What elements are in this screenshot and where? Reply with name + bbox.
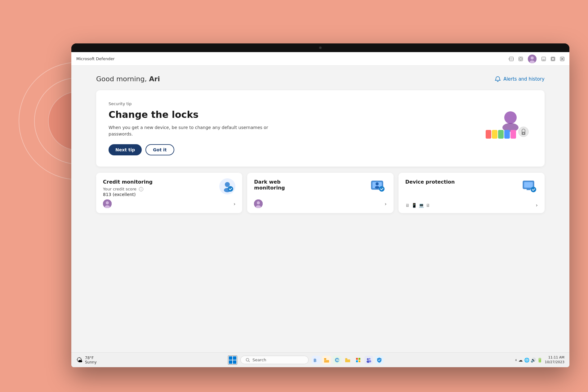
- taskbar-store-icon[interactable]: [354, 356, 363, 364]
- more-options-button[interactable]: ···: [509, 57, 514, 61]
- search-icon: [246, 358, 250, 362]
- svg-point-18: [523, 133, 524, 134]
- svg-rect-35: [524, 182, 533, 188]
- svg-rect-46: [324, 360, 329, 363]
- cloud-icon: ☁: [519, 358, 523, 363]
- battery-icon: 🔋: [537, 358, 542, 363]
- dark-web-footer: ›: [254, 199, 386, 208]
- bell-icon: [495, 76, 501, 82]
- user-avatar-credit: [103, 199, 112, 208]
- clock-date: 10/27/2023: [545, 360, 564, 364]
- weather-condition: Sunny: [85, 360, 97, 364]
- clock[interactable]: 11:11 AM 10/27/2023: [545, 355, 564, 364]
- device-protection-card[interactable]: Device protection 🖥: [399, 173, 545, 213]
- greeting-label: Good morning,: [96, 75, 149, 83]
- svg-rect-14: [504, 130, 510, 139]
- info-icon: i: [139, 187, 143, 191]
- next-tip-button[interactable]: Next tip: [109, 144, 142, 155]
- system-tray: ∧ ☁ 🌐 🔊 🔋: [515, 358, 542, 363]
- laptop-icon: 🖥: [426, 203, 430, 208]
- device-protection-icon: [522, 178, 538, 194]
- credit-monitoring-icon: [219, 178, 235, 194]
- main-content: Good morning, Ari Alerts and history Sec…: [71, 66, 569, 367]
- title-bar-controls: ··· ?: [509, 55, 564, 63]
- minimize-button[interactable]: [541, 57, 546, 61]
- device-screen: Microsoft Defender ··· ?: [71, 52, 569, 367]
- device-frame: Microsoft Defender ··· ?: [71, 43, 569, 367]
- svg-point-57: [369, 360, 371, 362]
- taskbar: 🌤 78°F Sunny: [71, 352, 569, 367]
- svg-point-22: [228, 186, 233, 192]
- maximize-button[interactable]: [551, 57, 555, 61]
- username: Ari: [149, 75, 160, 83]
- svg-text:B: B: [314, 358, 317, 363]
- tip-title: Change the locks: [109, 109, 276, 120]
- svg-rect-38: [229, 356, 232, 360]
- taskbar-left: 🌤 78°F Sunny: [76, 356, 97, 364]
- taskbar-edge-icon[interactable]: [333, 356, 341, 364]
- cards-row: Credit monitoring Your credit score i 81…: [96, 173, 545, 213]
- device-protection-arrow: ›: [536, 202, 538, 208]
- device-top-bar: [71, 43, 569, 52]
- taskbar-teams-icon[interactable]: [364, 356, 373, 364]
- device-protection-footer: 🖥 📱 💻 🖥 ›: [405, 202, 538, 208]
- alerts-history-button[interactable]: Alerts and history: [495, 76, 545, 82]
- volume-icon: 🔊: [531, 358, 536, 363]
- search-placeholder: Search: [252, 358, 266, 362]
- credit-score-value: 813 (excellent): [103, 192, 235, 197]
- taskbar-right: ∧ ☁ 🌐 🔊 🔋 11:11 AM 10/27/2023: [515, 355, 564, 364]
- svg-point-20: [225, 182, 230, 187]
- dark-web-monitoring-card[interactable]: Dark webmonitoring: [247, 173, 393, 213]
- dark-web-arrow: ›: [385, 201, 386, 207]
- device-camera: [319, 47, 322, 49]
- phone-icon: 📱: [412, 203, 417, 208]
- device-type-icons: 🖥 📱 💻 🖥: [405, 203, 430, 208]
- credit-card-arrow: ›: [234, 201, 235, 207]
- tablet-icon: 💻: [419, 203, 424, 208]
- user-avatar[interactable]: [528, 55, 537, 63]
- svg-point-37: [531, 187, 536, 192]
- svg-rect-11: [486, 130, 491, 139]
- credit-monitoring-title: Credit monitoring: [103, 179, 235, 185]
- credit-card-footer: ›: [103, 199, 235, 208]
- svg-point-42: [246, 358, 249, 361]
- dark-web-title: Dark webmonitoring: [254, 179, 386, 191]
- svg-rect-52: [356, 360, 358, 362]
- svg-rect-39: [233, 356, 236, 360]
- chevron-up-icon[interactable]: ∧: [515, 358, 517, 362]
- svg-rect-12: [492, 130, 497, 139]
- svg-point-32: [257, 201, 260, 204]
- svg-rect-51: [359, 358, 360, 360]
- svg-point-29: [375, 186, 379, 189]
- security-tip-content: Security tip Change the locks When you g…: [109, 101, 276, 155]
- svg-point-54: [367, 358, 369, 360]
- svg-rect-6: [552, 57, 554, 60]
- svg-rect-41: [233, 360, 236, 364]
- svg-rect-50: [356, 358, 358, 360]
- taskbar-center: Search B: [228, 355, 384, 365]
- weather-info: 78°F Sunny: [85, 356, 97, 364]
- credit-monitoring-card[interactable]: Credit monitoring Your credit score i 81…: [96, 173, 242, 213]
- title-bar: Microsoft Defender ··· ?: [71, 52, 569, 66]
- taskbar-files-icon[interactable]: [343, 356, 352, 364]
- svg-rect-53: [359, 360, 360, 362]
- taskbar-bing-icon[interactable]: B: [312, 356, 320, 364]
- search-box[interactable]: Search: [240, 356, 309, 364]
- greeting-section: Good morning, Ari Alerts and history: [96, 75, 545, 83]
- svg-line-43: [248, 361, 250, 362]
- network-icon: 🌐: [524, 358, 529, 363]
- taskbar-defender-icon[interactable]: [375, 356, 384, 364]
- start-button[interactable]: [228, 355, 237, 365]
- tip-description: When you get a new device, be sure to ch…: [109, 124, 276, 137]
- alerts-label: Alerts and history: [503, 76, 545, 82]
- lock-illustration: [479, 108, 532, 149]
- svg-rect-13: [498, 130, 504, 139]
- user-avatar-dark-web: [254, 199, 263, 208]
- svg-point-28: [376, 182, 379, 185]
- svg-rect-45: [324, 358, 326, 360]
- taskbar-explorer-icon[interactable]: [322, 356, 331, 364]
- close-button[interactable]: [560, 57, 564, 61]
- help-button[interactable]: ?: [519, 57, 523, 61]
- got-it-button[interactable]: Got it: [145, 144, 174, 155]
- svg-point-30: [379, 186, 385, 192]
